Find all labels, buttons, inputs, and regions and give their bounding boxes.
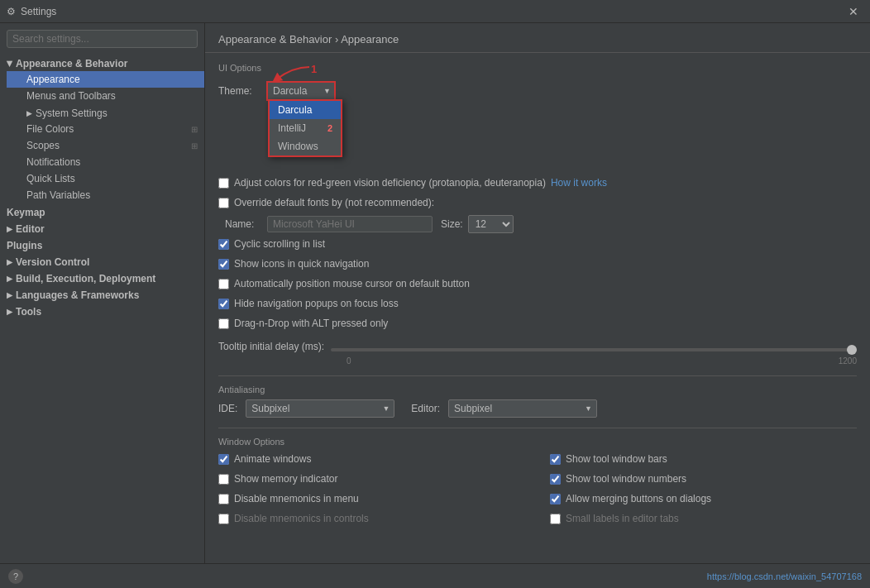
font-name-input[interactable] <box>267 216 433 232</box>
chevron-icon: ▶ <box>7 308 12 316</box>
sidebar-item-label: Quick Lists <box>26 173 75 184</box>
theme-option-label: IntelliJ <box>278 122 306 134</box>
sidebar-group-languages[interactable]: ▶ Languages & Frameworks <box>0 286 204 303</box>
disable-mnemonics-controls-label: Disable mnemonics in controls <box>234 513 369 524</box>
chevron-icon: ▶ <box>6 61 14 67</box>
cyclic-scrolling-checkbox[interactable] <box>218 239 229 250</box>
animate-windows-checkbox[interactable] <box>218 454 229 465</box>
hide-nav-checkbox[interactable] <box>218 299 229 309</box>
cyclic-scrolling-row: Cyclic scrolling in list <box>218 237 857 251</box>
sidebar-group-plugins[interactable]: Plugins <box>0 237 204 253</box>
sidebar-group-label: Appearance & Behavior <box>16 58 127 69</box>
slider-container <box>331 342 857 354</box>
sidebar-item-notifications[interactable]: Notifications <box>7 154 204 170</box>
sidebar-item-scopes[interactable]: Scopes ⊞ <box>7 137 204 154</box>
content-area: Appearance & Behavior › Appearance UI Op… <box>205 23 870 563</box>
editor-aa-select[interactable]: Subpixel Greyscale No antialiasing <box>448 399 597 418</box>
theme-option-windows[interactable]: Windows <box>270 137 341 155</box>
sidebar-group-build[interactable]: ▶ Build, Execution, Deployment <box>0 270 204 286</box>
slider-min-label: 0 <box>218 356 351 366</box>
breadcrumb: Appearance & Behavior › Appearance <box>218 33 399 45</box>
show-memory-label: Show memory indicator <box>234 473 337 485</box>
title-bar: ⚙ Settings ✕ <box>0 0 870 23</box>
chevron-icon: ▶ <box>26 109 32 117</box>
disable-mnemonics-menu-checkbox[interactable] <box>218 494 229 504</box>
sidebar-item-label: Version Control <box>16 256 89 268</box>
sidebar-item-label: Languages & Frameworks <box>16 289 139 301</box>
name-label: Name: <box>225 218 262 230</box>
sidebar-item-label: Path Variables <box>26 189 90 201</box>
sidebar: ▶ Appearance & Behavior Appearance Menus… <box>0 23 205 563</box>
badge-icon: ⊞ <box>191 125 198 134</box>
cyclic-scrolling-label: Cyclic scrolling in list <box>234 238 325 250</box>
sidebar-item-label: File Colors <box>26 123 74 135</box>
override-fonts-label: Override default fonts by (not recommend… <box>234 197 434 208</box>
tooltip-delay-slider[interactable] <box>331 348 857 351</box>
help-button[interactable]: ? <box>8 569 23 584</box>
slider-max-label: 1200 <box>839 356 857 366</box>
auto-position-checkbox[interactable] <box>218 279 229 289</box>
auto-position-label: Automatically position mouse cursor on d… <box>234 278 470 289</box>
theme-option-label: Darcula <box>278 104 312 116</box>
show-tool-bars-label: Show tool window bars <box>566 453 667 465</box>
sidebar-item-path-variables[interactable]: Path Variables <box>7 187 204 203</box>
ide-aa-wrapper: Subpixel Greyscale No antialiasing ▼ <box>246 399 394 418</box>
sidebar-item-menus-toolbars[interactable]: Menus and Toolbars <box>7 88 204 104</box>
sidebar-item-label: Build, Execution, Deployment <box>16 273 155 284</box>
window-options-title: Window Options <box>218 437 857 447</box>
small-labels-checkbox[interactable] <box>550 514 561 524</box>
theme-option-intellij[interactable]: IntelliJ 2 <box>270 119 341 137</box>
theme-label: Theme: <box>218 85 260 97</box>
app-icon: ⚙ <box>7 6 16 17</box>
tooltip-delay-section: Tooltip initial delay (ms): 0 1200 <box>218 341 857 366</box>
font-size-select[interactable]: 12131416 <box>468 215 514 233</box>
allow-merging-checkbox[interactable] <box>550 494 561 504</box>
show-icons-label: Show icons in quick navigation <box>234 258 369 270</box>
theme-option-label: Windows <box>278 141 318 152</box>
sidebar-group-editor[interactable]: ▶ Editor <box>0 220 204 237</box>
show-memory-checkbox[interactable] <box>218 474 229 485</box>
theme-option-darcula[interactable]: Darcula <box>270 101 341 119</box>
annotation-number-1: 1 <box>311 63 317 75</box>
sidebar-group-tools[interactable]: ▶ Tools <box>0 303 204 319</box>
search-input[interactable] <box>7 30 198 48</box>
show-tool-bars-row: Show tool window bars <box>550 452 857 466</box>
ide-aa-select[interactable]: Subpixel Greyscale No antialiasing <box>246 399 394 418</box>
disable-mnemonics-menu-row: Disable mnemonics in menu <box>218 491 525 506</box>
annotation-arrow <box>268 63 318 88</box>
bottom-bar: ? https://blog.csdn.net/waixin_54707168 <box>0 563 870 588</box>
sidebar-item-appearance[interactable]: Appearance <box>7 71 204 88</box>
show-tool-numbers-checkbox[interactable] <box>550 474 561 485</box>
sidebar-group-version-control[interactable]: ▶ Version Control <box>0 253 204 270</box>
sidebar-item-system-settings[interactable]: ▶ System Settings <box>7 104 204 121</box>
sidebar-group-appearance-behavior[interactable]: ▶ Appearance & Behavior <box>0 55 204 71</box>
show-memory-row: Show memory indicator <box>218 471 525 486</box>
show-tool-bars-checkbox[interactable] <box>550 454 561 465</box>
small-labels-row: Small labels in editor tabs <box>550 511 857 526</box>
main-layout: ▶ Appearance & Behavior Appearance Menus… <box>0 23 870 563</box>
disable-mnemonics-controls-checkbox[interactable] <box>218 514 229 524</box>
antialiasing-section: Antialiasing IDE: Subpixel Greyscale No … <box>218 375 857 418</box>
show-icons-checkbox[interactable] <box>218 259 229 270</box>
adjust-colors-checkbox[interactable] <box>218 178 229 189</box>
show-tool-numbers-row: Show tool window numbers <box>550 471 857 486</box>
how-it-works-link[interactable]: How it works <box>551 177 607 189</box>
sidebar-item-file-colors[interactable]: File Colors ⊞ <box>7 121 204 137</box>
sidebar-item-label: Keymap <box>7 207 45 218</box>
small-labels-label: Small labels in editor tabs <box>566 513 679 524</box>
sidebar-group-keymap[interactable]: Keymap <box>0 203 204 220</box>
override-fonts-checkbox[interactable] <box>218 198 229 208</box>
dropdown-number-annotation: 2 <box>327 123 332 133</box>
sidebar-item-label: Editor <box>16 223 45 235</box>
bottom-url: https://blog.csdn.net/waixin_54707168 <box>707 571 862 581</box>
sidebar-item-quick-lists[interactable]: Quick Lists <box>7 170 204 187</box>
drag-drop-checkbox[interactable] <box>218 318 229 329</box>
allow-merging-row: Allow merging buttons on dialogs <box>550 491 857 506</box>
show-icons-row: Show icons in quick navigation <box>218 256 857 271</box>
sidebar-item-label: Tools <box>16 306 41 318</box>
ide-aa-label: IDE: <box>218 403 237 414</box>
search-box <box>0 23 204 55</box>
close-button[interactable]: ✕ <box>844 3 863 20</box>
window-title: Settings <box>21 6 56 17</box>
slider-row: Tooltip initial delay (ms): <box>218 341 857 356</box>
